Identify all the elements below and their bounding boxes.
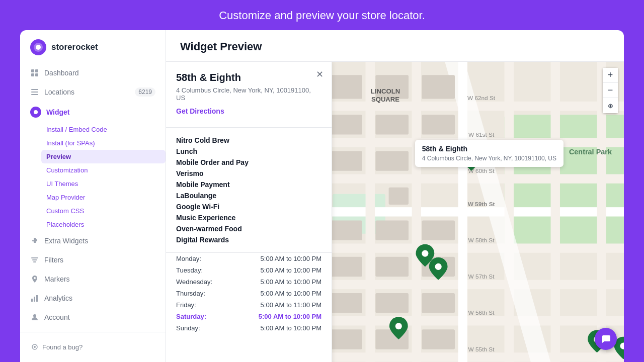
zoom-out-button[interactable]: − bbox=[603, 83, 618, 98]
map-controls: + − ⊕ bbox=[603, 68, 618, 113]
sidebar-item-dashboard[interactable]: Dashboard bbox=[20, 63, 166, 82]
sidebar-bug-link[interactable]: Found a bug? bbox=[20, 337, 166, 356]
hours-day: Monday: bbox=[176, 255, 201, 262]
sidebar-item-install-spa[interactable]: Install (for SPAs) bbox=[46, 136, 166, 150]
chat-button[interactable] bbox=[595, 328, 617, 350]
directions-button[interactable]: Get Directions bbox=[176, 107, 224, 115]
sidebar-nav: Dashboard Locations 6219 bbox=[20, 63, 166, 332]
sidebar-dashboard-label: Dashboard bbox=[44, 69, 79, 77]
svg-rect-26 bbox=[332, 316, 624, 325]
tooltip-name: 58th & Eighth bbox=[422, 145, 556, 153]
chat-icon bbox=[600, 333, 611, 344]
sidebar-bottom: Found a bug? Feature Requests bbox=[20, 332, 166, 362]
banner-text: Customize and preview your store locator… bbox=[219, 9, 425, 22]
svg-rect-56 bbox=[375, 257, 409, 277]
svg-rect-65 bbox=[422, 329, 455, 349]
sidebar-widget-label: Widget bbox=[46, 108, 70, 116]
sidebar-item-account[interactable]: Account bbox=[20, 308, 166, 327]
hours-row-saturday: Saturday: 5:00 AM to 10:00 PM bbox=[176, 311, 321, 322]
locations-badge: 6219 bbox=[135, 87, 155, 97]
hours-row-monday: Monday: 5:00 AM to 10:00 PM bbox=[176, 253, 321, 264]
svg-rect-11 bbox=[34, 297, 35, 302]
sidebar-item-filters[interactable]: Filters bbox=[20, 250, 166, 269]
widget-circle-icon bbox=[30, 107, 41, 118]
sidebar-item-placeholders[interactable]: Placeholders bbox=[46, 218, 166, 231]
hours-time: 5:00 AM to 10:00 PM bbox=[259, 313, 321, 320]
user-icon bbox=[30, 313, 39, 322]
svg-rect-51 bbox=[332, 220, 362, 240]
logo-text: storerocket bbox=[51, 42, 98, 52]
svg-rect-53 bbox=[422, 220, 455, 240]
bug-label: Found a bug? bbox=[42, 343, 83, 351]
svg-text:W 58th St: W 58th St bbox=[468, 237, 495, 244]
svg-rect-3 bbox=[35, 69, 38, 72]
hours-time: 5:00 AM to 10:00 PM bbox=[261, 278, 321, 286]
divider bbox=[166, 127, 332, 128]
sidebar-analytics-label: Analytics bbox=[44, 294, 72, 302]
feature-item: Lunch bbox=[176, 146, 321, 157]
map-area[interactable]: W 62nd St W 61st St W 60th St W 59th St … bbox=[332, 62, 624, 362]
sidebar-item-ui-themes[interactable]: UI Themes bbox=[46, 177, 166, 191]
hours-section: Monday: 5:00 AM to 10:00 PM Tuesday: 5:0… bbox=[166, 252, 332, 344]
sidebar-feature-link[interactable]: Feature Requests bbox=[20, 356, 166, 362]
svg-rect-52 bbox=[375, 220, 409, 240]
svg-rect-61 bbox=[422, 293, 455, 313]
svg-rect-23 bbox=[332, 207, 624, 216]
sidebar-item-custom-css[interactable]: Custom CSS bbox=[46, 204, 166, 218]
hours-row-wednesday: Wednesday: 5:00 AM to 10:00 PM bbox=[176, 276, 321, 288]
svg-text:LINCOLN: LINCOLN bbox=[371, 87, 400, 95]
feature-item: Verismo bbox=[176, 168, 321, 179]
svg-point-78 bbox=[422, 250, 428, 257]
svg-rect-47 bbox=[375, 151, 409, 170]
hours-time: 5:00 AM to 10:00 PM bbox=[261, 290, 321, 297]
sidebar-item-markers[interactable]: Markers bbox=[20, 269, 166, 289]
sidebar-locations-label: Locations bbox=[44, 88, 74, 96]
sidebar-item-preview[interactable]: Preview bbox=[41, 150, 166, 163]
hours-day: Wednesday: bbox=[176, 278, 212, 286]
sidebar-item-analytics[interactable]: Analytics bbox=[20, 289, 166, 308]
svg-rect-5 bbox=[35, 73, 38, 76]
sidebar-item-map-provider[interactable]: Map Provider bbox=[46, 191, 166, 204]
svg-text:SQUARE: SQUARE bbox=[371, 96, 399, 103]
svg-rect-12 bbox=[36, 295, 38, 302]
svg-rect-4 bbox=[31, 73, 34, 76]
hours-time: 5:00 AM to 11:00 PM bbox=[261, 301, 321, 309]
svg-point-79 bbox=[435, 263, 442, 270]
svg-text:W 55th St: W 55th St bbox=[468, 346, 495, 353]
logo-icon bbox=[30, 39, 46, 55]
hours-time: 5:00 AM to 10:00 PM bbox=[261, 266, 321, 274]
sidebar-markers-label: Markers bbox=[44, 275, 70, 283]
sidebar-item-customization[interactable]: Customization bbox=[46, 163, 166, 177]
feature-item: Music Experience bbox=[176, 212, 321, 223]
sidebar-item-widget[interactable]: Widget bbox=[20, 102, 166, 123]
bar-chart-icon bbox=[30, 294, 39, 303]
zoom-in-button[interactable]: + bbox=[603, 68, 618, 83]
svg-rect-7 bbox=[31, 92, 38, 93]
tooltip-address: 4 Columbus Circle, New York, NY, 1001911… bbox=[422, 155, 556, 162]
svg-rect-42 bbox=[332, 115, 362, 134]
close-button[interactable]: ✕ bbox=[316, 70, 324, 79]
store-name: 58th & Eighth bbox=[176, 72, 321, 83]
svg-rect-40 bbox=[422, 75, 455, 99]
sidebar-item-install[interactable]: Install / Embed Code bbox=[46, 123, 166, 136]
hours-row-thursday: Thursday: 5:00 AM to 10:00 PM bbox=[176, 288, 321, 299]
svg-point-13 bbox=[33, 314, 36, 317]
hours-row-sunday: Sunday: 5:00 AM to 10:00 PM bbox=[176, 322, 321, 334]
svg-rect-24 bbox=[332, 243, 624, 252]
svg-text:W 62nd St: W 62nd St bbox=[467, 95, 496, 102]
compass-button[interactable]: ⊕ bbox=[603, 98, 618, 113]
widget-preview-area: ✕ 58th & Eighth 4 Columbus Circle, New Y… bbox=[166, 62, 624, 362]
sidebar-item-locations[interactable]: Locations 6219 bbox=[20, 82, 166, 102]
hours-day: Sunday: bbox=[176, 324, 200, 332]
svg-point-1 bbox=[36, 45, 41, 50]
logo-area: storerocket bbox=[20, 30, 166, 63]
svg-text:W 57th St: W 57th St bbox=[468, 273, 495, 280]
svg-rect-55 bbox=[332, 257, 362, 277]
puzzle-icon bbox=[30, 236, 39, 245]
hours-row-tuesday: Tuesday: 5:00 AM to 10:00 PM bbox=[176, 264, 321, 276]
svg-rect-27 bbox=[332, 352, 624, 361]
svg-text:W 59th St: W 59th St bbox=[468, 201, 495, 208]
svg-rect-59 bbox=[332, 293, 362, 313]
hours-day: Friday: bbox=[176, 301, 196, 309]
sidebar-item-extra-widgets[interactable]: Extra Widgets bbox=[20, 231, 166, 250]
